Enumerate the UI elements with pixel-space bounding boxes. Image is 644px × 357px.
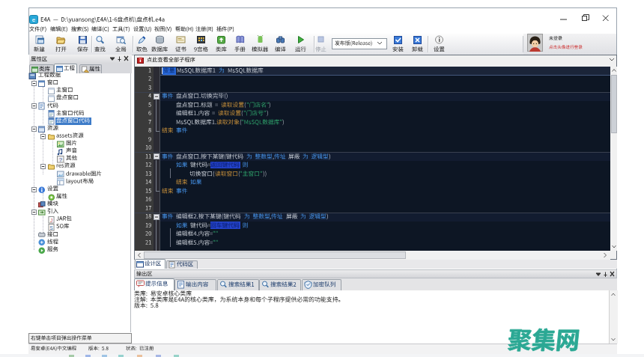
svg-text:e: e [32, 16, 36, 23]
svg-text:?: ? [59, 156, 62, 163]
svg-text:J: J [49, 218, 52, 223]
svg-text:S: S [49, 225, 53, 231]
